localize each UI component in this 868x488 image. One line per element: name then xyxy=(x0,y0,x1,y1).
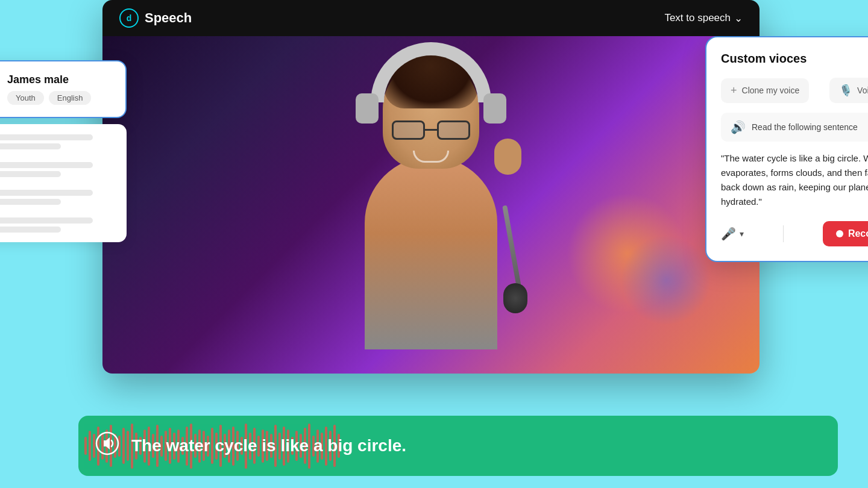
youth-tag[interactable]: Youth xyxy=(7,91,44,105)
clone-row: + Clone my voice 🎙️ Voice 3 xyxy=(721,78,868,103)
microphone-icon: 🎤 xyxy=(721,227,736,241)
text-to-speech-menu[interactable]: Text to speech ⌄ xyxy=(664,12,743,25)
subtitle-bar: The water cycle is like a big circle. xyxy=(78,416,838,476)
person-area xyxy=(102,36,760,374)
list-item[interactable]: 👦 xyxy=(0,130,118,153)
custom-voices-panel: Custom vioces + Clone my voice 🎙️ Voice … xyxy=(705,36,868,262)
chevron-down-icon: ▾ xyxy=(740,229,744,239)
subtitle-text: The water cycle is like a big circle. xyxy=(131,436,406,455)
voice-cards-panel: 👨 James male Youth English 👦 👩 xyxy=(0,60,127,242)
list-item[interactable]: 👱‍♀️ xyxy=(0,213,118,236)
record-button[interactable]: Record xyxy=(823,221,868,246)
record-dot-icon xyxy=(836,230,843,237)
james-name: James male xyxy=(7,74,113,86)
list-item[interactable]: 👩 xyxy=(0,158,118,181)
sentence-row: 🔊 Read the following sentence ⇄ xyxy=(721,113,868,142)
voice-list: 👦 👩 🧔 👱‍♀️ xyxy=(0,124,127,242)
chevron-down-icon: ⌄ xyxy=(734,12,743,25)
person-figure xyxy=(353,36,509,349)
quote-text: "The water cycle is like a big circle. W… xyxy=(721,151,868,209)
panel-title: Custom vioces xyxy=(721,52,868,66)
mic-dropdown[interactable]: 🎤 ▾ xyxy=(721,227,744,241)
james-tags: Youth English xyxy=(7,91,113,105)
james-card[interactable]: 👨 James male Youth English xyxy=(0,60,127,118)
list-item[interactable]: 🧔 xyxy=(0,186,118,208)
james-info: James male Youth English xyxy=(7,74,113,105)
subtitle-speaker-icon xyxy=(95,431,119,461)
logo-icon: d xyxy=(119,8,139,28)
clone-voice-button[interactable]: + Clone my voice xyxy=(721,78,809,103)
app-header: d Speech Text to speech ⌄ xyxy=(102,0,760,36)
divider xyxy=(783,225,784,242)
sentence-label: Read the following sentence xyxy=(752,122,858,132)
panel-footer: 🎤 ▾ Record xyxy=(721,221,868,246)
voice3-button[interactable]: 🎙️ Voice 3 xyxy=(829,78,868,103)
plus-icon: + xyxy=(731,84,737,97)
app-window: d Speech Text to speech ⌄ xyxy=(102,0,760,374)
mic-icon: 🎙️ xyxy=(839,84,852,97)
speaker-wave-icon: 🔊 xyxy=(731,120,746,134)
english-tag[interactable]: English xyxy=(49,91,92,105)
app-logo: d Speech xyxy=(119,8,192,28)
app-title: Speech xyxy=(145,10,192,26)
hero-image xyxy=(102,36,760,374)
